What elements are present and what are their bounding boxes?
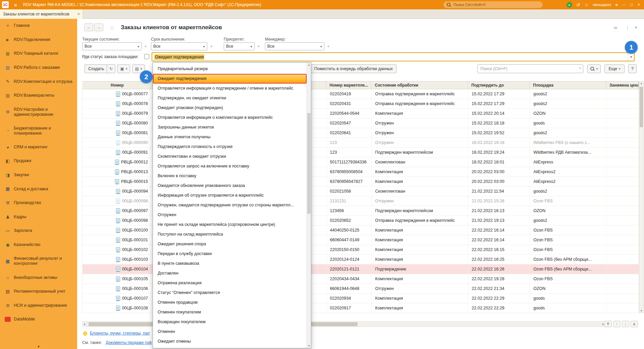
dropdown-item[interactable]: Доставлен [153,268,307,278]
column-header-low-price[interactable]: Занижена цена [606,82,639,89]
filter-manager-clear-icon[interactable]: × [326,44,331,49]
column-header-processing-state[interactable]: Состояние обработки [371,82,468,89]
vertical-scroll-thumb[interactable] [640,87,643,127]
dropdown-item[interactable]: В пункте самовывоза [153,259,307,268]
favorite-star-icon[interactable]: ☆ [110,24,114,31]
sidebar-item[interactable]: ⌂ Внеоборотные активы [0,270,77,285]
sidebar-item[interactable]: ▦ Финансовый результат и контроллинг [0,252,77,270]
dropdown-item[interactable]: Возвращен покупателем [153,317,307,327]
refresh-button[interactable]: ↻ [107,64,115,73]
back-button[interactable]: ← [84,23,93,31]
sidebar-item[interactable]: ◧ Продажи [0,154,77,168]
filter-state-clear-icon[interactable]: × [143,44,148,49]
dropdown-item[interactable]: Данные этикеток получены [153,132,307,142]
dropdown-item[interactable]: Не принят на складе маркетплейса (сортир… [153,220,307,230]
sidebar-item[interactable]: ▭ Зарплата [0,224,77,238]
dropdown-item[interactable]: Отменен покупателем [153,307,307,317]
dropdown-item[interactable]: Подтверждается готовность к отгрузке [153,142,307,152]
dropdown-item[interactable]: Отгружен, ожидается подтверждение отгруз… [153,200,307,210]
search-clear-icon[interactable]: × [579,66,581,70]
dropdown-item[interactable]: Ожидается обновление упакованного заказа [153,181,307,191]
filter-priority-clear-icon[interactable]: × [256,44,261,49]
copy-button[interactable]: ▣▾ [117,64,130,73]
dropdown-item[interactable]: Поступил на склад маркетплейса [153,230,307,239]
dropdown-item[interactable]: Запрошены данные этикеток [153,122,307,132]
window-minimize-icon[interactable]: – [623,2,625,7]
scroll-up-icon[interactable]: ▲ [639,82,643,85]
go-to-top-button[interactable]: ⇈ [604,321,612,327]
see-also-link[interactable]: Документы продажи (оф [106,340,152,345]
window-maximize-icon[interactable]: □ [630,2,633,7]
scroll-right-icon[interactable]: ▸ [602,322,604,326]
sidebar-item[interactable]: ♟ Кадры [0,210,77,224]
column-header-number[interactable]: Номер [82,82,153,89]
favorites-star-icon[interactable]: ☆ [584,2,588,7]
sidebar-item[interactable]: ⚙ RDV:Настройки и администрирование [0,103,77,121]
sidebar-item[interactable]: ✎ RDV:Комплектация и отгрузка [0,74,77,89]
sidebar-item[interactable]: ▦ RDV:Товарный каталог [0,47,77,61]
sidebar-item[interactable]: ◔ Бюджетирование и планирование [0,121,77,140]
dropdown-scrollbar[interactable]: ▲ ▼ [307,63,311,348]
chevron-down-icon[interactable]: ▾ [320,45,322,48]
help-button[interactable]: ? [628,64,637,73]
chevron-down-icon[interactable]: ▾ [203,45,205,48]
dropdown-item[interactable]: Ожидает подтверждения [153,74,307,84]
dropdown-item[interactable]: Передан в службу доставки [153,249,307,259]
sidebar-item[interactable]: ◉ Казначейство [0,238,77,252]
dropdown-item[interactable]: Отправляется информация о комплектации в… [153,113,307,122]
chevron-down-icon[interactable]: ▾ [138,45,139,48]
dropdown-item[interactable]: Предварительный резерв [153,64,307,74]
main-menu-icon[interactable]: ≡ [14,2,17,8]
dropdown-item[interactable]: Отражена реализация [153,278,307,288]
table-vertical-scrollbar[interactable]: ▲ ▼ [639,81,644,313]
column-header-confirm-before[interactable]: Подтвердить до [468,82,530,89]
queue-processing-button[interactable]: Поместить в очередь обработки данных [311,64,396,73]
filter-manager-combo[interactable]: Все▾ [265,42,324,50]
global-search-input[interactable]: Поиск Ctrl+Shift+F [443,1,543,8]
tab-orders-from-marketplaces[interactable]: Заказы клиентов от маркетплейсов × [0,9,83,19]
dropdown-item[interactable]: Ожидает решения спора [153,239,307,249]
more-menu-icon[interactable]: ⋮ [625,25,630,30]
create-button[interactable]: Создать [85,64,108,73]
scroll-left-icon[interactable]: ◂ [84,322,85,326]
filter-due-clear-icon[interactable]: × [209,44,214,49]
username[interactable]: rdvsupport [593,3,611,7]
forward-button[interactable]: → [94,23,103,31]
sidebar-item[interactable]: ▦ Склад и доставка [0,182,77,196]
scroll-down-icon[interactable]: ▼ [307,344,311,347]
tab-close-icon[interactable]: × [77,12,80,16]
dropdown-item[interactable]: Скомплектован и ожидает отгрузки [153,152,307,161]
window-close-icon[interactable]: × [638,2,640,7]
form-close-icon[interactable]: × [635,25,637,30]
scroll-up-icon[interactable]: ▲ [307,63,311,66]
dropdown-item[interactable]: Отправляется запрос на включение в поста… [153,161,307,171]
dropdown-item[interactable]: Отменен продавцом [153,298,307,307]
sidebar-item[interactable]: ◨ Закупки [0,168,77,182]
dropdown-scroll-thumb[interactable] [307,113,311,214]
scroll-down-icon[interactable]: ▼ [639,309,643,312]
sidebar-item[interactable]: ▤ RDV:Работа с заказами [0,61,77,75]
get-link-icon[interactable]: ∞ [614,25,617,30]
chevron-down-icon[interactable]: ▾ [628,53,632,61]
dropdown-item[interactable]: Ожидает отмены [153,337,307,346]
dropdown-item[interactable]: Включен в поставку [153,171,307,181]
filter-priority-combo[interactable]: Все▾ [224,42,255,50]
list-search-input[interactable] [477,64,583,73]
sidebar-item[interactable]: ≡ Главное [0,19,77,33]
dropdown-item[interactable]: Отгружен [153,210,307,220]
filter-due-combo[interactable]: Все▾ [151,42,207,50]
search-button[interactable]: ▾ [587,64,601,73]
dropdown-item[interactable]: Информация об отгрузке отправляется в ма… [153,191,307,200]
sidebar-item[interactable]: ◕ CRM и маркетинг [0,140,77,154]
sidebar-scroll-down-icon[interactable]: ▼ [0,345,77,348]
dropdown-item[interactable]: Ожидает упаковки (подтвержден) [153,103,307,113]
sidebar-item[interactable]: ⚙ НСИ и администрирование [0,299,77,313]
status-filter-field[interactable]: Ожидает подтверждения ▾ [152,52,635,61]
column-header-platform[interactable]: Площадка [530,82,606,89]
dropdown-item[interactable]: Отменен [153,327,307,337]
dropdown-item[interactable]: Подтвержден, но ожидает этикетки [153,93,307,103]
sidebar-item[interactable]: ▥ RDV:Взаиморасчеты [0,89,77,103]
sidebar-item[interactable]: ⚒ Производство [0,196,77,210]
status-filter-checkbox[interactable] [144,54,149,59]
column-header-marketplace-number[interactable]: Номер маркетпле... [326,82,372,89]
